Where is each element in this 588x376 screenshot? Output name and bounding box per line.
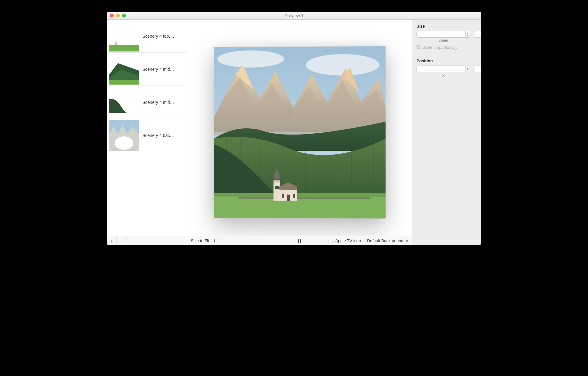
svg-point-8: [115, 136, 133, 150]
zoom-mode-select[interactable]: Size to Fit ▲▼: [191, 238, 216, 243]
background-select-label[interactable]: Default Background: [367, 238, 404, 243]
window-title: Preview 1: [107, 13, 481, 18]
width-label: Width: [439, 39, 448, 43]
preview-canvas: Size to Fit ▲▼ Apple TV icon Default Bac…: [187, 20, 412, 245]
scale-proportionally-checkbox[interactable]: [417, 45, 420, 49]
divider: [417, 54, 477, 54]
layer-thumb: [109, 54, 139, 85]
layer-item[interactable]: Scenery 4 bac…: [107, 119, 187, 152]
preview-image: [214, 46, 386, 218]
svg-rect-36: [282, 194, 284, 198]
width-input[interactable]: [417, 31, 466, 38]
svg-rect-28: [273, 180, 280, 182]
svg-rect-38: [275, 186, 277, 189]
close-button[interactable]: [110, 14, 114, 17]
y-input[interactable]: [475, 66, 481, 72]
scale-proportionally-label: Scale proportionally: [422, 45, 457, 50]
svg-rect-2: [115, 42, 117, 45]
zoom-mode-label: Size to Fit: [191, 238, 209, 243]
divider: [417, 81, 477, 81]
svg-marker-33: [279, 187, 297, 190]
x-stepper[interactable]: ▲▼: [466, 66, 470, 72]
layer-label: Scenery 4 top.…: [142, 34, 184, 39]
svg-rect-5: [109, 80, 139, 85]
svg-rect-25: [214, 193, 386, 197]
minimize-button[interactable]: [116, 14, 120, 17]
pause-button[interactable]: [298, 239, 301, 243]
add-layer-button[interactable]: ＋: [107, 236, 117, 245]
inspector-panel: Size ▲▼ Width ▲▼ Height: [412, 20, 481, 245]
svg-rect-0: [109, 45, 139, 51]
x-input[interactable]: [417, 66, 466, 72]
svg-rect-35: [287, 195, 290, 201]
layer-item[interactable]: Scenery 4 mid…: [107, 53, 187, 86]
layer-sidebar: Scenery 4 top.… Scenery 4 mid…: [107, 20, 187, 245]
height-input[interactable]: [475, 31, 481, 38]
scale-proportionally-row[interactable]: Scale proportionally: [417, 45, 477, 50]
width-stepper[interactable]: ▲▼: [466, 31, 470, 38]
chevron-updown-icon: ▲▼: [406, 239, 408, 243]
titlebar: Preview 1: [107, 12, 481, 20]
size-heading: Size: [417, 24, 477, 28]
sidebar-footer: ＋ －: [107, 236, 187, 245]
canvas-footer: Size to Fit ▲▼ Apple TV icon Default Bac…: [187, 236, 412, 245]
layer-list[interactable]: Scenery 4 top.… Scenery 4 mid…: [107, 20, 187, 236]
layer-item[interactable]: Scenery 4 top.…: [107, 20, 187, 53]
zoom-button[interactable]: [122, 14, 126, 17]
layer-thumb: [109, 87, 139, 118]
remove-layer-button[interactable]: －: [117, 236, 126, 245]
svg-rect-26: [239, 196, 370, 199]
layer-thumb: [109, 21, 139, 51]
appletv-icon-checkbox[interactable]: [329, 239, 333, 243]
layer-label: Scenery 4 mid…: [142, 100, 184, 105]
svg-rect-39: [277, 186, 279, 189]
layer-item[interactable]: Scenery 4 mid…: [107, 86, 187, 119]
appletv-icon-label: Apple TV icon: [335, 238, 361, 243]
x-label: X: [442, 74, 445, 78]
layer-thumb: [109, 120, 139, 151]
traffic-lights: [107, 14, 126, 17]
chevron-updown-icon: ▲▼: [213, 239, 216, 243]
layer-label: Scenery 4 mid…: [142, 67, 184, 72]
svg-rect-37: [293, 194, 295, 198]
layer-label: Scenery 4 bac…: [142, 133, 184, 138]
svg-rect-27: [273, 180, 280, 201]
preview-window: Preview 1 Scenery 4 top.…: [107, 12, 481, 245]
position-heading: Position: [417, 59, 477, 63]
